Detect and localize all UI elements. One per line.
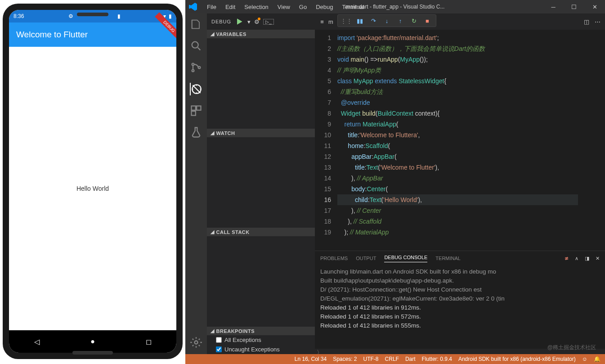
breakpoints-section-header[interactable]: ◢BREAKPOINTS bbox=[207, 327, 315, 335]
vscode-window: File Edit Selection View Go Debug Termin… bbox=[185, 0, 605, 364]
title-bar: File Edit Selection View Go Debug Termin… bbox=[185, 0, 605, 13]
callstack-section-header[interactable]: ◢CALL STACK bbox=[207, 228, 315, 236]
vscode-logo-icon bbox=[189, 3, 197, 11]
minimap[interactable] bbox=[578, 30, 605, 251]
callstack-section bbox=[207, 236, 315, 327]
bp-uncaught-checkbox[interactable] bbox=[216, 346, 222, 352]
variables-section bbox=[207, 38, 315, 129]
stop-button[interactable]: ■ bbox=[423, 17, 431, 25]
chevron-down-icon: ◢ bbox=[211, 31, 215, 37]
tab-debug-console[interactable]: DEBUG CONSOLE bbox=[384, 255, 427, 262]
search-icon[interactable] bbox=[190, 40, 202, 52]
variables-section-header[interactable]: ◢VARIABLES bbox=[207, 30, 315, 38]
android-emulator: 8:36 ⚙ ▮ ▾ ▮ Welcome to Flutter DEBUG He… bbox=[3, 4, 183, 359]
panel-tab-bar: PROBLEMS OUTPUT DEBUG CONSOLE TERMINAL ≢… bbox=[315, 251, 605, 265]
svg-rect-7 bbox=[192, 111, 196, 115]
label-icon: ▮ bbox=[117, 13, 121, 19]
feedback-icon[interactable]: ☺ bbox=[582, 356, 587, 362]
main-content: DEBUG ▾ ⚙ ▷_ ◢VARIABLES ◢WATCH ◢CALL STA… bbox=[185, 13, 605, 354]
cursor-position[interactable]: Ln 16, Col 34 bbox=[295, 356, 327, 362]
watch-section-header[interactable]: ◢WATCH bbox=[207, 129, 315, 137]
android-nav-bar: ◁ ● ◻ bbox=[9, 330, 176, 353]
svg-rect-6 bbox=[197, 106, 201, 110]
indent-status[interactable]: Spaces: 2 bbox=[333, 356, 357, 362]
menu-go[interactable]: Go bbox=[296, 2, 310, 12]
encoding-status[interactable]: UTF-8 bbox=[363, 356, 379, 362]
eol-status[interactable]: CRLF bbox=[385, 356, 399, 362]
svg-point-2 bbox=[192, 70, 194, 72]
gear-icon: ⚙ bbox=[68, 13, 73, 19]
step-out-button[interactable]: ↑ bbox=[396, 17, 404, 25]
debug-label: DEBUG bbox=[211, 19, 231, 24]
svg-point-1 bbox=[192, 63, 194, 66]
code-editor[interactable]: 12345678910111213141516171819 import 'pa… bbox=[315, 30, 605, 251]
watch-section bbox=[207, 137, 315, 228]
editor-tab-bar: ≡ m ⋮⋮ ▮▮ ↷ ↓ ↑ ↻ ■ ◫ ⋯ bbox=[315, 13, 605, 30]
clear-console-icon[interactable]: ≢ bbox=[565, 256, 569, 261]
phone-speaker bbox=[77, 13, 108, 16]
close-panel-icon[interactable]: ✕ bbox=[596, 256, 600, 261]
flutter-status[interactable]: Flutter: 0.9.4 bbox=[422, 356, 452, 362]
tab-terminal[interactable]: TERMINAL bbox=[435, 256, 461, 261]
step-over-button[interactable]: ↷ bbox=[369, 17, 377, 25]
vscode-status-bar: Ln 16, Col 34 Spaces: 2 UTF-8 CRLF Dart … bbox=[185, 354, 605, 364]
menu-debug[interactable]: Debug bbox=[312, 2, 336, 12]
notifications-icon[interactable]: 🔔 bbox=[594, 356, 601, 362]
start-debug-button[interactable] bbox=[235, 17, 244, 26]
debug-toolbar: ⋮⋮ ▮▮ ↷ ↓ ↑ ↻ ■ bbox=[337, 14, 436, 27]
window-title: main.dart - flutter_app - Visual Studio … bbox=[346, 4, 445, 10]
menu-edit[interactable]: Edit bbox=[222, 2, 239, 12]
debug-config-gear-icon[interactable]: ⚙ bbox=[254, 18, 260, 25]
close-button[interactable]: ✕ bbox=[584, 0, 605, 13]
config-dropdown[interactable]: ▾ bbox=[247, 18, 251, 25]
chevron-down-icon: ◢ bbox=[211, 328, 215, 334]
language-status[interactable]: Dart bbox=[405, 356, 416, 362]
bottom-panel: PROBLEMS OUTPUT DEBUG CONSOLE TERMINAL ≢… bbox=[315, 251, 605, 354]
phone-speaker-bottom bbox=[72, 351, 113, 355]
drag-handle-icon[interactable]: ⋮⋮ bbox=[342, 17, 350, 25]
collapse-icon[interactable]: ∧ bbox=[575, 256, 578, 261]
menu-view[interactable]: View bbox=[274, 2, 294, 12]
debug-icon[interactable] bbox=[190, 83, 202, 95]
step-into-button[interactable]: ↓ bbox=[383, 17, 391, 25]
editor-tab[interactable]: m bbox=[328, 18, 333, 25]
settings-gear-icon[interactable] bbox=[190, 336, 202, 349]
home-button[interactable]: ● bbox=[88, 337, 98, 346]
explorer-icon[interactable] bbox=[190, 18, 202, 31]
menu-file[interactable]: File bbox=[203, 2, 220, 12]
scm-icon[interactable] bbox=[190, 61, 202, 74]
bp-all-exceptions[interactable]: All Exceptions bbox=[207, 335, 315, 345]
menu-selection[interactable]: Selection bbox=[241, 2, 272, 12]
split-editor-icon[interactable]: ◫ bbox=[584, 18, 589, 25]
console-prompt-icon: 〉 bbox=[317, 349, 322, 354]
chevron-down-icon: ◢ bbox=[211, 229, 215, 235]
status-time: 8:36 bbox=[13, 13, 24, 19]
back-button[interactable]: ◁ bbox=[32, 337, 42, 346]
tab-output[interactable]: OUTPUT bbox=[356, 256, 376, 261]
debug-side-panel: DEBUG ▾ ⚙ ▷_ ◢VARIABLES ◢WATCH ◢CALL STA… bbox=[207, 13, 315, 354]
battery-icon: ▮ bbox=[169, 13, 172, 19]
bp-all-checkbox[interactable] bbox=[216, 337, 222, 343]
tab-fold-icon[interactable]: ≡ bbox=[318, 18, 326, 25]
device-status[interactable]: Android SDK built for x86 (android-x86 E… bbox=[458, 356, 576, 362]
bp-uncaught-exceptions[interactable]: Uncaught Exceptions bbox=[207, 345, 315, 354]
maximize-panel-icon[interactable]: ◨ bbox=[585, 256, 589, 261]
test-icon[interactable] bbox=[190, 126, 202, 139]
tab-problems[interactable]: PROBLEMS bbox=[320, 256, 348, 261]
flutter-body: Hello World bbox=[9, 47, 176, 330]
editor-area: ≡ m ⋮⋮ ▮▮ ↷ ↓ ↑ ↻ ■ ◫ ⋯ 1234567891011121… bbox=[315, 13, 605, 354]
extensions-icon[interactable] bbox=[190, 104, 202, 117]
debug-console-output[interactable]: Launching lib\main.dart on Android SDK b… bbox=[315, 265, 605, 349]
pause-button[interactable]: ▮▮ bbox=[356, 17, 364, 25]
restart-button[interactable]: ↻ bbox=[410, 17, 418, 25]
more-actions-icon[interactable]: ⋯ bbox=[595, 18, 601, 25]
maximize-button[interactable]: ☐ bbox=[564, 0, 584, 13]
recents-button[interactable]: ◻ bbox=[143, 337, 153, 346]
minimize-button[interactable]: ─ bbox=[543, 0, 564, 13]
window-controls: ─ ☐ ✕ bbox=[543, 0, 605, 13]
debug-console-icon[interactable]: ▷_ bbox=[263, 19, 274, 25]
debug-header: DEBUG ▾ ⚙ ▷_ bbox=[207, 13, 315, 30]
code-lines[interactable]: import 'package:flutter/material.dart';/… bbox=[337, 30, 578, 251]
hello-world-text: Hello World bbox=[76, 185, 109, 192]
flutter-app-bar: Welcome to Flutter DEBUG bbox=[9, 22, 176, 47]
